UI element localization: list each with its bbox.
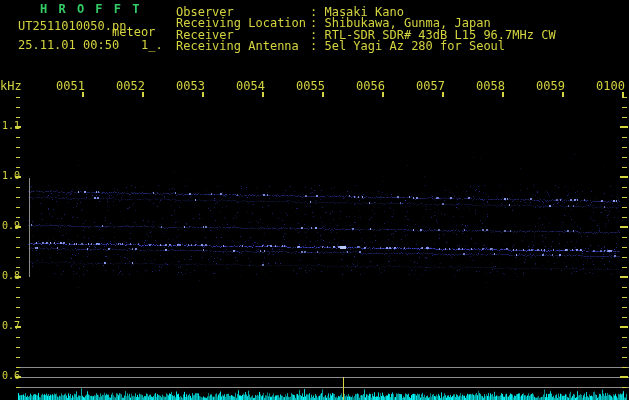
y-tick-right <box>622 287 627 288</box>
y-tick-left <box>16 217 20 218</box>
y-tick-right <box>620 376 628 378</box>
y-tick-right <box>622 317 627 318</box>
y-tick-right <box>622 167 627 168</box>
y-tick-right <box>622 387 627 388</box>
y-tick-left <box>15 176 21 178</box>
hrofft-window: H R O F F T UT2511010050.pn meteor 25.11… <box>0 0 629 400</box>
y-tick-right <box>622 187 627 188</box>
y-tick-right <box>622 237 627 238</box>
y-tick-right <box>622 257 627 258</box>
x-tick-label-0100: 0100 <box>596 80 626 92</box>
y-tick-left <box>15 226 21 228</box>
y-tick-left <box>16 187 20 188</box>
y-tick-right <box>622 107 627 108</box>
field-label-receiving-antenna: Receiving Antenna <box>176 40 299 52</box>
x-tick-mark-0056 <box>382 92 384 97</box>
y-tick-left <box>16 357 20 358</box>
y-tick-right <box>622 157 627 158</box>
y-tick-right <box>622 97 627 98</box>
y-tick-left <box>16 157 20 158</box>
y-tick-right <box>622 137 627 138</box>
x-tick-label-0055: 0055 <box>296 80 326 92</box>
app-title: H R O F F T <box>40 3 141 15</box>
y-tick-left <box>16 137 20 138</box>
y-tick-right <box>622 297 627 298</box>
spectrogram-plot <box>0 0 629 400</box>
y-tick-left <box>16 247 20 248</box>
y-tick-right <box>622 207 627 208</box>
field-value-receiving-antenna: : 5el Yagi Az 280 for Seoul <box>310 40 505 52</box>
file-name: UT2511010050.pn <box>18 20 126 32</box>
y-tick-left <box>16 107 20 108</box>
y-tick-right <box>622 117 627 118</box>
y-tick-left <box>16 97 20 98</box>
y-tick-left <box>16 147 20 148</box>
x-tick-label-0059: 0059 <box>536 80 566 92</box>
y-tick-right <box>622 367 627 368</box>
y-tick-left <box>16 387 20 388</box>
y-tick-right <box>620 276 628 278</box>
y-tick-right <box>620 176 628 178</box>
y-tick-left <box>15 276 21 278</box>
x-tick-mark-0059 <box>562 92 564 97</box>
y-tick-left <box>15 326 21 328</box>
x-tick-mark-0052 <box>142 92 144 97</box>
y-axis-unit-label: kHz <box>0 80 22 92</box>
x-tick-label-0057: 0057 <box>416 80 446 92</box>
y-tick-right <box>622 307 627 308</box>
x-tick-label-0052: 0052 <box>116 80 146 92</box>
y-tick-left <box>16 367 20 368</box>
y-tick-right <box>622 337 627 338</box>
y-tick-left <box>16 257 20 258</box>
x-tick-label-0053: 0053 <box>176 80 206 92</box>
y-tick-left <box>16 117 20 118</box>
y-tick-left <box>16 287 20 288</box>
y-tick-left <box>16 337 20 338</box>
y-tick-right <box>622 197 627 198</box>
datetime-label: 25.11.01 00:50 <box>18 39 119 51</box>
y-tick-left <box>16 197 20 198</box>
x-tick-mark-0057 <box>442 92 444 97</box>
counter-label: 1_. <box>141 39 163 51</box>
y-tick-right <box>622 347 627 348</box>
x-tick-label-0054: 0054 <box>236 80 266 92</box>
x-tick-label-0056: 0056 <box>356 80 386 92</box>
y-tick-left <box>16 347 20 348</box>
y-tick-left <box>16 167 20 168</box>
file-meteor-label: meteor <box>112 26 155 38</box>
x-tick-mark-0058 <box>502 92 504 97</box>
y-tick-right <box>622 357 627 358</box>
x-tick-label-0058: 0058 <box>476 80 506 92</box>
y-tick-left <box>16 307 20 308</box>
y-tick-left <box>16 267 20 268</box>
x-tick-label-0051: 0051 <box>56 80 86 92</box>
x-tick-mark-0055 <box>322 92 324 97</box>
y-tick-right <box>620 326 628 328</box>
x-tick-mark-0053 <box>202 92 204 97</box>
x-tick-mark-0054 <box>262 92 264 97</box>
y-tick-right <box>622 147 627 148</box>
y-tick-right <box>622 267 627 268</box>
y-tick-left <box>15 126 21 128</box>
y-tick-left <box>16 207 20 208</box>
y-tick-left <box>16 237 20 238</box>
y-tick-left <box>16 297 20 298</box>
x-tick-mark-0051 <box>82 92 84 97</box>
y-tick-right <box>620 226 628 228</box>
y-tick-right <box>620 126 628 128</box>
y-tick-left <box>15 376 21 378</box>
y-tick-left <box>16 317 20 318</box>
y-tick-right <box>622 247 627 248</box>
y-tick-right <box>622 217 627 218</box>
